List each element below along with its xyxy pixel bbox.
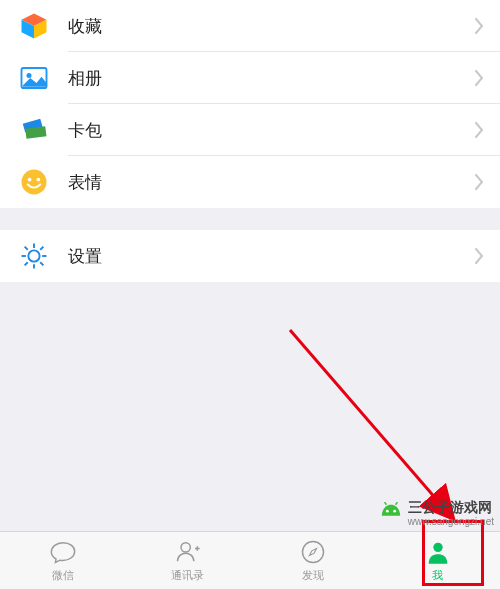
- row-label: 相册: [68, 67, 474, 90]
- svg-point-24: [393, 510, 396, 513]
- svg-line-13: [25, 247, 28, 250]
- tab-label: 发现: [302, 568, 324, 583]
- compass-icon: [299, 538, 327, 566]
- row-settings[interactable]: 设置: [0, 230, 500, 282]
- chevron-right-icon: [474, 122, 484, 138]
- tabbar: 微信 通讯录 发现 我: [0, 531, 500, 589]
- tab-label: 通讯录: [171, 568, 204, 583]
- contacts-icon: [174, 538, 202, 566]
- chat-bubble-icon: [49, 538, 77, 566]
- chevron-right-icon: [474, 174, 484, 190]
- settings-group-2: 设置: [0, 230, 500, 282]
- svg-point-5: [22, 170, 47, 195]
- watermark-url: www.sangongzi.net: [408, 516, 494, 527]
- row-label: 卡包: [68, 119, 474, 142]
- section-gap: [0, 208, 500, 230]
- row-stickers[interactable]: 表情: [0, 156, 500, 208]
- svg-line-25: [384, 502, 386, 505]
- svg-point-20: [302, 542, 323, 563]
- tab-me[interactable]: 我: [375, 532, 500, 589]
- chevron-right-icon: [474, 70, 484, 86]
- svg-point-23: [386, 510, 389, 513]
- svg-point-21: [433, 543, 442, 552]
- tab-discover[interactable]: 发现: [250, 532, 375, 589]
- row-label: 收藏: [68, 15, 474, 38]
- svg-point-17: [181, 543, 190, 552]
- svg-point-7: [37, 178, 41, 182]
- row-label: 设置: [68, 245, 474, 268]
- tab-contacts[interactable]: 通讯录: [125, 532, 250, 589]
- tab-chats[interactable]: 微信: [0, 532, 125, 589]
- cube-icon: [18, 10, 50, 42]
- svg-point-4: [27, 73, 32, 78]
- settings-group-1: 收藏 相册 卡包: [0, 0, 500, 208]
- svg-point-6: [28, 178, 32, 182]
- watermark: 三公子游戏网 www.sangongzi.net: [380, 500, 494, 527]
- smile-icon: [18, 166, 50, 198]
- svg-line-14: [40, 262, 43, 265]
- photo-icon: [18, 62, 50, 94]
- row-label: 表情: [68, 171, 474, 194]
- svg-line-22: [290, 330, 450, 515]
- chevron-right-icon: [474, 248, 484, 264]
- chevron-right-icon: [474, 18, 484, 34]
- watermark-logo-icon: [380, 502, 402, 524]
- row-cards[interactable]: 卡包: [0, 104, 500, 156]
- watermark-title: 三公子游戏网: [408, 500, 494, 515]
- svg-line-26: [395, 502, 397, 505]
- svg-point-8: [28, 250, 39, 261]
- person-icon: [424, 538, 452, 566]
- svg-line-15: [40, 247, 43, 250]
- card-pack-icon: [18, 114, 50, 146]
- gear-icon: [18, 240, 50, 272]
- svg-line-16: [25, 262, 28, 265]
- tab-label: 微信: [52, 568, 74, 583]
- row-album[interactable]: 相册: [0, 52, 500, 104]
- tab-label: 我: [432, 568, 443, 583]
- row-favorites[interactable]: 收藏: [0, 0, 500, 52]
